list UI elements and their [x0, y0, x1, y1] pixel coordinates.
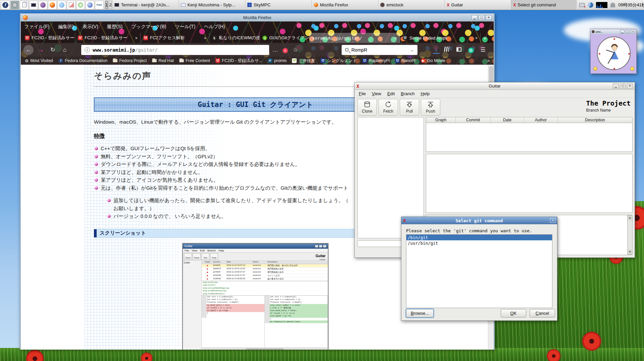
bookmark-go-movie[interactable]: ▶Go Movie [421, 58, 445, 63]
taskbar-window-select-git-command[interactable]: XSelect git command [511, 0, 577, 10]
workspace-button-2[interactable]: 2 [109, 1, 112, 9]
sylpheed-launcher-icon[interactable] [86, 1, 94, 9]
maximize-button[interactable]: ▢ [626, 30, 630, 34]
bookmark-most-visited[interactable]: ⚙Most Visited [25, 58, 53, 63]
dialog-titlebar[interactable]: X Select git command ✕ [401, 217, 557, 224]
menu-help[interactable]: ヘルプ(H) [204, 24, 225, 30]
tab-close-icon[interactable]: × [204, 36, 206, 41]
taskbar-window-guitar[interactable]: XGuitar [444, 0, 511, 10]
close-button[interactable]: ✕ [627, 83, 633, 88]
files-launcher-icon[interactable] [20, 1, 29, 9]
guitar-titlebar[interactable]: X Guitar ▁ ▢ ✕ [355, 82, 635, 90]
menu-file[interactable]: ファイル(F) [24, 24, 49, 30]
column-commit[interactable]: Commit [456, 117, 491, 123]
fedora-launcher-icon[interactable]: f [1, 1, 10, 9]
tab-fc2id-2[interactable]: ᗢFC2ID - 登録済みサー× [75, 33, 141, 43]
menu-edit[interactable]: Edit [387, 91, 395, 96]
menu-branch[interactable]: Branch [401, 91, 414, 96]
menu-edit[interactable]: 編集(E) [58, 24, 74, 30]
bookmark-promis[interactable]: Ppromis [268, 58, 287, 63]
menu-history[interactable]: 履歴(S) [107, 24, 123, 30]
column-description[interactable]: Description [558, 117, 632, 123]
fedora-spinner-tray-icon[interactable] [587, 2, 594, 8]
grammarly-icon[interactable]: G [466, 47, 476, 53]
bookmark-fedora-project[interactable]: Fedora Project [113, 58, 147, 63]
new-tab-button[interactable]: + [481, 34, 489, 43]
bookmarks-overflow-chevron[interactable]: » [487, 58, 490, 63]
menu-file[interactable]: File [359, 91, 366, 96]
bookmark-free-content[interactable]: Free Content [179, 58, 210, 63]
bookmark-red-hat[interactable]: Red Hat [152, 58, 174, 63]
git-path-option-selected[interactable]: /bin/git [406, 235, 552, 240]
bookmark-star-icon[interactable]: ☆ [291, 46, 299, 53]
tab-close-icon[interactable]: × [135, 36, 138, 41]
taskbar-window-terminal[interactable]: Terminal - kenji@ 2A3s... [112, 0, 179, 10]
emiclock-titlebar[interactable]: emi... ▁ ▢ ✕ [591, 29, 636, 34]
tab-soramimi-guitar-active[interactable]: soramimi.jp/guitar/× [309, 33, 400, 43]
sidebar-icon[interactable] [454, 47, 464, 53]
url-bar[interactable]: i www.soramimi.jp/guitar/ [81, 45, 269, 55]
column-author[interactable]: Author [524, 117, 558, 123]
clone-button[interactable]: Clone [357, 99, 377, 116]
git-path-listbox[interactable]: /bin/git /usr/bin/git [406, 234, 552, 308]
firefox-titlebar[interactable]: Mozilla Firefox ▁ ▢ ✕ [21, 13, 494, 21]
reload-button[interactable]: ↻ [48, 46, 58, 53]
tab-close-icon[interactable]: × [475, 36, 478, 41]
tab-icewm[interactable]: 🐧私なりのICEWMの使い× [209, 33, 260, 43]
page-actions-icon[interactable]: … [271, 47, 279, 53]
search-go-icon[interactable]: → [409, 47, 414, 53]
close-button[interactable]: ✕ [550, 218, 555, 223]
minimize-button[interactable]: ▁ [620, 30, 625, 34]
taskbar-window-skympc[interactable]: ♪SkyMPC [245, 0, 311, 10]
bookmark-smbc[interactable]: 🌱三井住友 [292, 58, 315, 64]
tab-fc2-analytics[interactable]: ᗢFC2アクセス解析× [141, 33, 209, 43]
cancel-button[interactable]: Cancel [530, 309, 555, 317]
screenshot-launcher-icon[interactable] [10, 1, 19, 9]
tab-qiita-git-client[interactable]: QGUIのGitクライアン× [260, 33, 309, 43]
commit-table-body[interactable] [426, 123, 633, 152]
pull-button[interactable]: Pull [400, 99, 419, 116]
close-button[interactable]: ✕ [486, 15, 492, 20]
system-monitor-tray-icon[interactable] [596, 2, 607, 8]
taskbar-window-firefox[interactable]: Mozilla Firefox [311, 0, 378, 10]
bookmark-fedora-docs[interactable]: fFedora Documentation [58, 58, 107, 63]
menu-view[interactable]: View [372, 91, 381, 96]
library-icon[interactable] [442, 47, 452, 53]
taskbar-window-sylpheed[interactable]: Kenji Mizushima - Sylp... [179, 0, 245, 10]
close-button[interactable]: ✕ [631, 30, 635, 34]
file-list-panel[interactable] [426, 154, 633, 213]
forward-button[interactable]: → [36, 46, 46, 54]
firefox-launcher-icon[interactable] [48, 1, 57, 9]
bookmark-github-raspberrypi[interactable]: ᗢRapberryPi [362, 58, 390, 63]
column-graph[interactable]: Graph [426, 117, 456, 123]
guitar-launcher-icon[interactable] [57, 1, 66, 9]
tab-github-single-ended[interactable]: ᗢSingle Ended Ampli× [400, 33, 481, 43]
home-button[interactable]: ⌂ [60, 47, 70, 53]
search-bar[interactable]: RompR → [342, 45, 417, 55]
column-date[interactable]: Date [491, 117, 524, 123]
tab-fc2id-1[interactable]: ᗢFC2ID - 登録済みサー× [22, 33, 75, 43]
pale-moon-launcher-icon[interactable]: Pale [95, 1, 104, 9]
bookmark-github-nanopi[interactable]: ᗢNanoPI [395, 58, 415, 63]
maximize-button[interactable]: ▢ [479, 15, 485, 20]
diff-panel-scrollbar[interactable]: ▲ ▼ [627, 215, 633, 255]
hamburger-menu-icon[interactable]: ☰ [478, 46, 488, 53]
site-info-icon[interactable]: i [85, 47, 90, 53]
globe-launcher-icon[interactable] [39, 1, 47, 9]
browse-button[interactable]: Browse... [406, 309, 434, 317]
maximize-button[interactable]: ▢ [620, 83, 626, 88]
menu-tools[interactable]: ツール(T) [175, 24, 196, 30]
scroll-up-icon[interactable]: ▲ [628, 216, 632, 220]
cd-launcher-icon[interactable] [76, 1, 85, 9]
taskbar-window-emiclock[interactable]: emiclock [378, 0, 444, 10]
pocket-icon[interactable]: ∨ [281, 47, 289, 53]
terminal-launcher-icon[interactable] [29, 1, 38, 9]
printer-tray-icon[interactable]: × [579, 2, 585, 8]
fetch-button[interactable]: Fetch [379, 99, 398, 116]
tab-close-icon[interactable]: × [394, 36, 397, 41]
scroll-down-icon[interactable]: ▼ [628, 250, 632, 254]
menu-view[interactable]: 表示(V) [83, 24, 98, 30]
bookmark-github-single-ended[interactable]: ᗢシングルエンド [320, 58, 357, 64]
push-button[interactable]: Push [421, 99, 440, 116]
menu-bookmarks[interactable]: ブックマーク(B) [131, 24, 166, 30]
